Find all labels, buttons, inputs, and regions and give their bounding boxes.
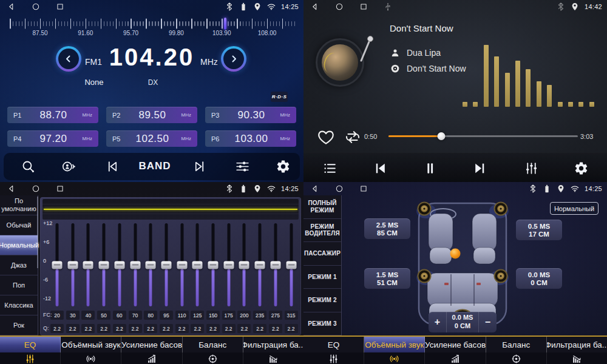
delay-rear-right-button[interactable]: 0.0 MS 0 CM	[516, 268, 562, 289]
recents-icon[interactable]	[359, 184, 368, 193]
eq-settings-icon[interactable]	[229, 155, 256, 177]
tab-eq[interactable]: EQ	[304, 337, 364, 352]
back-icon[interactable]	[311, 2, 319, 11]
tab-balance[interactable]: Баланс	[183, 337, 243, 352]
eq-slider-handle[interactable]	[192, 261, 203, 269]
recents-icon[interactable]	[359, 2, 368, 11]
seek-previous-icon[interactable]	[99, 155, 126, 177]
eq-slider-handle[interactable]	[255, 261, 265, 269]
recents-icon[interactable]	[56, 184, 64, 193]
delay-front-right-button[interactable]: 0.5 MS 17 CM	[516, 220, 562, 240]
tab-surround-icon[interactable]	[61, 352, 121, 364]
listening-mode-4[interactable]: РЕЖИМ 2	[304, 289, 341, 312]
preset-p5[interactable]: P5102.50MHz	[106, 130, 197, 147]
eq-slider-handle[interactable]	[83, 261, 93, 269]
tab-bass-icon[interactable]	[121, 352, 182, 364]
previous-track-icon[interactable]	[367, 157, 393, 179]
pause-icon[interactable]	[416, 157, 443, 179]
tab-filter[interactable]: Фильтрация ба...	[547, 337, 607, 352]
back-icon[interactable]	[7, 2, 16, 11]
scrollbar-thumb	[37, 197, 38, 268]
back-icon[interactable]	[311, 184, 319, 193]
tab-surround-icon[interactable]	[364, 352, 425, 364]
playlist-icon[interactable]	[316, 157, 343, 179]
home-icon[interactable]	[32, 184, 40, 193]
tab-filter-icon[interactable]	[243, 352, 304, 364]
tab-balance[interactable]: Баланс	[486, 337, 547, 352]
eq-preset-item-0[interactable]: По умолчанию	[0, 195, 38, 215]
equalizer-icon[interactable]	[518, 157, 544, 179]
delay-rear-left-button[interactable]: 1.5 MS 51 CM	[364, 268, 410, 289]
preset-p3[interactable]: P390.30MHz	[205, 107, 296, 123]
listening-mode-1[interactable]: РЕЖИМ ВОДИТЕЛЯ	[304, 219, 341, 243]
seek-handle[interactable]	[438, 132, 446, 140]
listening-mode-3[interactable]: РЕЖИМ 1	[304, 266, 341, 289]
recents-icon[interactable]	[56, 2, 64, 11]
settings-gear-icon[interactable]	[270, 155, 296, 177]
listening-mode-0[interactable]: ПОЛНЫЙ РЕЖИМ	[304, 195, 341, 219]
tab-bass[interactable]: Усиление басов	[425, 337, 486, 352]
seek-bar[interactable]	[388, 135, 578, 137]
seek-next-icon[interactable]	[186, 155, 212, 177]
dial-tick	[25, 19, 26, 29]
eq-preset-item-6[interactable]: Рок	[0, 315, 38, 335]
home-icon[interactable]	[32, 2, 40, 11]
eq-slider-handle[interactable]	[161, 261, 171, 269]
eq-slider-handle[interactable]	[114, 261, 124, 269]
repeat-icon[interactable]	[344, 128, 362, 146]
eq-preset-item-3[interactable]: Джаз	[0, 255, 38, 275]
eq-slider-handle[interactable]	[52, 261, 63, 269]
preset-p4[interactable]: P497.20MHz	[7, 130, 98, 147]
delay-plus-button[interactable]: +	[429, 312, 446, 332]
eq-preset-item-5[interactable]: Классика	[0, 295, 38, 315]
eq-slider-handle[interactable]	[223, 261, 234, 269]
eq-slider-handle[interactable]	[67, 261, 78, 269]
tab-eq-icon[interactable]	[0, 352, 61, 364]
eq-slider-handle[interactable]	[239, 261, 249, 269]
settings-gear-icon[interactable]	[568, 157, 594, 179]
frequency-dial[interactable]	[0, 17, 304, 30]
eq-slider-handle[interactable]	[99, 261, 109, 269]
album-art[interactable]	[316, 38, 364, 87]
listening-mode-5[interactable]: РЕЖИМ 3	[304, 312, 341, 336]
eq-preset-item-4[interactable]: Поп	[0, 275, 38, 295]
delay-minus-button[interactable]: −	[479, 312, 497, 332]
tab-filter[interactable]: Фильтрация ба...	[243, 337, 304, 352]
tab-balance-icon[interactable]	[486, 352, 547, 364]
preset-p2[interactable]: P289.50MHz	[106, 107, 197, 123]
band-button[interactable]: BAND	[134, 155, 176, 177]
dial-pointer[interactable]	[224, 18, 226, 30]
delay-front-left-button[interactable]: 2.5 MS 85 CM	[364, 218, 410, 239]
scan-search-icon[interactable]	[15, 155, 41, 177]
tab-bass[interactable]: Усиление басов	[121, 337, 182, 352]
favorite-heart-icon[interactable]	[317, 128, 335, 146]
eq-slider-handle[interactable]	[286, 261, 296, 269]
home-icon[interactable]	[335, 2, 344, 11]
dx-mode-indicator[interactable]: DX	[148, 78, 158, 87]
eq-slider-handle[interactable]	[270, 261, 280, 269]
preset-p1[interactable]: P188.70MHz	[7, 107, 98, 123]
preset-p6[interactable]: P6103.00MHz	[205, 130, 296, 147]
tab-surround[interactable]: Объёмный звук	[61, 337, 121, 352]
next-track-icon[interactable]	[466, 157, 493, 179]
listener-position-marker[interactable]	[450, 249, 461, 259]
tab-surround[interactable]: Объёмный звук	[364, 337, 425, 352]
tab-filter-icon[interactable]	[547, 352, 607, 364]
eq-preset-item-1[interactable]: Обычай	[0, 215, 38, 235]
sound-profile-button[interactable]: Нормальный	[550, 202, 599, 215]
eq-slider-handle[interactable]	[208, 261, 219, 269]
tab-eq-icon[interactable]	[304, 352, 364, 364]
eq-slider-handle[interactable]	[177, 261, 187, 269]
back-icon[interactable]	[7, 184, 16, 193]
dps-announcer-icon[interactable]	[55, 155, 82, 177]
tab-eq[interactable]: EQ	[0, 337, 61, 352]
eq-preset-item-2[interactable]: Нормальный	[0, 235, 38, 255]
eq-slider-handle[interactable]	[130, 261, 140, 269]
tab-bass-icon[interactable]	[425, 352, 486, 364]
dial-tick	[122, 21, 123, 26]
home-icon[interactable]	[335, 184, 344, 193]
listening-mode-2[interactable]: ПАССАЖИР	[304, 242, 341, 266]
tune-up-button[interactable]	[221, 46, 246, 72]
eq-slider-handle[interactable]	[146, 261, 156, 269]
tab-balance-icon[interactable]	[183, 352, 243, 364]
